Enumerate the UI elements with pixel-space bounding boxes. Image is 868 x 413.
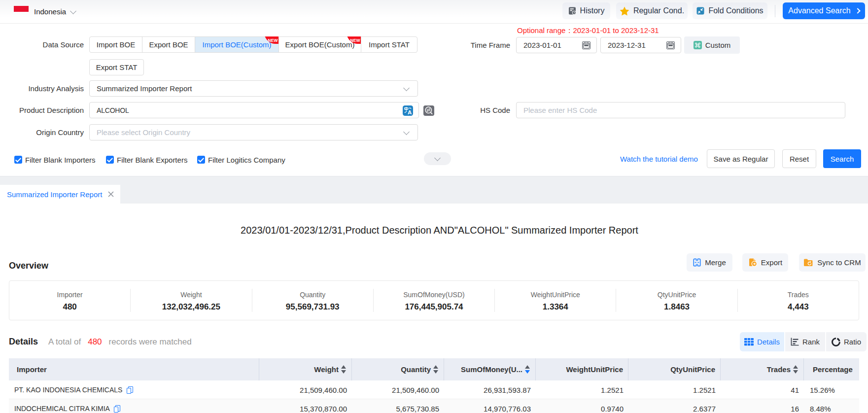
svg-text:A: A <box>408 109 412 115</box>
svg-text:NEW: NEW <box>350 38 361 43</box>
svg-text:NEW: NEW <box>268 38 278 43</box>
